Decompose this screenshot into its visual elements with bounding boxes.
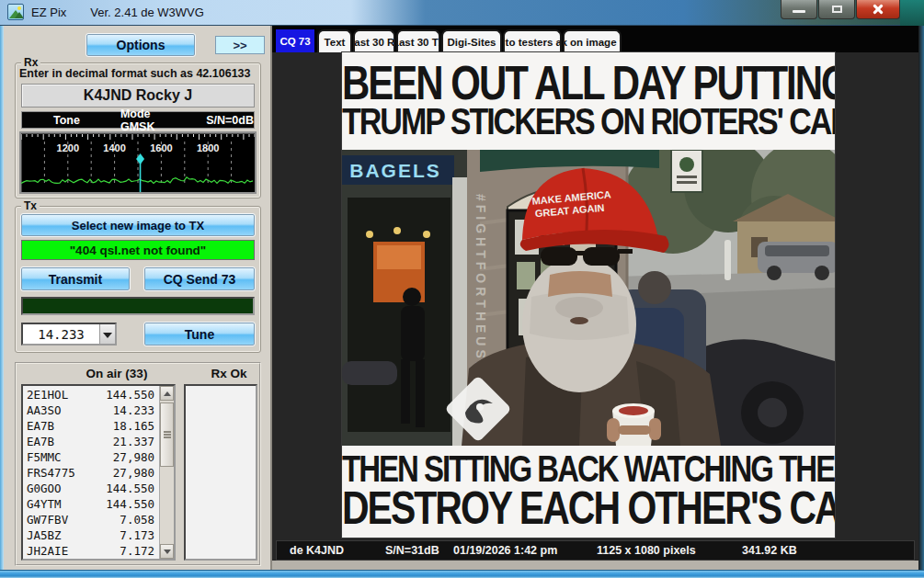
received-image[interactable]: BEEN OUT ALL DAY PUTTING TRUMP STICKERS … [342, 52, 835, 538]
minimize-button[interactable] [781, 0, 817, 19]
list-item[interactable]: EA7B 18.165 [23, 418, 158, 434]
meme-text-line: TRUMP STICKERS ON RIOTERS' CARS [342, 102, 835, 140]
mustache [555, 297, 603, 319]
app-icon [7, 4, 24, 20]
rx-group: Rx Enter in decimal format such as 42.10… [15, 62, 261, 198]
frequency: 27,980 [113, 466, 154, 480]
tab-text[interactable]: Text [317, 29, 352, 52]
frequency: 144.550 [106, 497, 154, 511]
list-item[interactable]: 2E1HOL 144.550 [23, 387, 158, 402]
status-datetime: 01/19/2026 1:42 pm [453, 544, 557, 557]
tune-button[interactable]: Tune [144, 323, 255, 346]
frequency: 7.172 [120, 544, 154, 558]
tab-k-on-image-f[interactable]: k on image f [563, 29, 622, 52]
cq-send-73-button[interactable]: CQ Send 73 [144, 267, 255, 290]
titlebar-corner [900, 0, 924, 26]
callsign: G4YTM [27, 497, 62, 511]
tab-digi-sites[interactable]: Digi-Sites [441, 29, 502, 52]
frequency-combobox[interactable]: 14.233 [21, 323, 117, 346]
svg-text:1400: 1400 [103, 142, 125, 153]
title-bar[interactable]: EZ Pix Ver. 2.41 de W3WVG [0, 0, 924, 26]
select-image-button[interactable]: Select new image to TX [21, 214, 255, 236]
signal-meter-bar: Tone Mode GMSK S/N=0dB [21, 111, 255, 129]
scroll-up-icon[interactable] [160, 386, 174, 401]
window-border-right [918, 26, 924, 570]
meme-text-line: THEN SITTING BACK WATCHING THEM [342, 450, 835, 487]
meme-text-line: DESTROY EACH OTHER'S CARS [342, 486, 835, 532]
callsign: EA7B [27, 419, 54, 433]
frequency-value: 14.233 [23, 324, 99, 344]
bagel-storefront: BAGELS [342, 150, 467, 446]
scroll-down-icon[interactable] [160, 544, 174, 559]
scrollbar-thumb[interactable] [160, 402, 174, 467]
list-item[interactable]: FRS4775 27,980 [23, 465, 158, 481]
tab-s-to-testers-an[interactable]: s to testers an [503, 29, 562, 52]
frequency: 7.173 [120, 528, 154, 542]
mode-label: Mode GMSK [120, 108, 180, 133]
meme-photo: BAGELS IZZY'S [342, 150, 835, 446]
app-name: EZ Pix [31, 6, 66, 19]
status-filesize: 341.92 KB [742, 544, 797, 557]
callsign: F5MMC [27, 450, 62, 464]
list-item[interactable]: AA3SO 14.233 [23, 402, 158, 418]
spectrum-display[interactable]: 1200140016001800 [19, 131, 257, 194]
expand-button[interactable]: >> [215, 36, 265, 54]
on-air-list[interactable]: 2E1HOL 144.550 AA3SO 14.233 EA7B 18.165 [21, 384, 176, 561]
rx-status-bar: de K4JND S/N=31dB 01/19/2026 1:42 pm 112… [276, 540, 915, 561]
tab-bar: CQ 73TextLast 30 RxLast 30 TxDigi-Sitess… [272, 26, 918, 52]
window-border-left [0, 26, 4, 570]
image-area[interactable]: BEEN OUT ALL DAY PUTTING TRUMP STICKERS … [272, 52, 920, 540]
list-item[interactable]: JA5BZ 7.173 [23, 527, 158, 543]
window-border-bottom[interactable] [0, 570, 924, 578]
callsign: EA7B [27, 435, 54, 448]
list-item[interactable]: G4YTM 144.550 [23, 496, 158, 512]
callsign: FRS4775 [27, 466, 75, 480]
small-sign [671, 150, 702, 192]
snr-label: S/N=0dB [206, 114, 254, 127]
rx-ok-list[interactable] [184, 384, 257, 561]
station-callsign-field[interactable]: K4JND Rocky J [21, 84, 255, 108]
list-item[interactable]: F5MMC 27,980 [23, 449, 158, 465]
image-viewer-panel: CQ 73TextLast 30 RxLast 30 TxDigi-Sitess… [270, 26, 918, 570]
status-snr: S/N=31dB [385, 544, 439, 557]
meme-bottom-caption: THEN SITTING BACK WATCHING THEM DESTROY … [342, 446, 835, 538]
watermark-text: #FIGHTFORTHEUSA [473, 194, 488, 375]
tx-group-label: Tx [21, 199, 40, 212]
frequency: 7.058 [120, 513, 154, 527]
list-item[interactable]: G0GOO 144.550 [23, 481, 158, 496]
chevron-down-icon[interactable] [99, 324, 115, 344]
options-button[interactable]: Options [86, 34, 195, 56]
frequency: 27,980 [113, 450, 154, 464]
callsign: JH2AIE [27, 544, 68, 558]
frequency-hint-label: Enter in decimal format such as 42.10613… [19, 67, 257, 80]
app-version: Ver. 2.41 de W3WVG [90, 6, 204, 19]
list-item[interactable]: EA7B 21.337 [23, 434, 158, 449]
tab-cq-73[interactable]: CQ 73 [274, 28, 316, 52]
svg-text:1200: 1200 [57, 142, 79, 153]
status-gap [272, 561, 920, 570]
svg-text:1600: 1600 [150, 142, 172, 153]
status-dimensions: 1125 x 1080 pixels [597, 544, 696, 557]
list-item[interactable]: JH2AIE 7.172 [23, 543, 158, 559]
control-panel: Options >> Rx Enter in decimal format su… [4, 26, 270, 570]
transmit-button[interactable]: Transmit [21, 267, 130, 290]
ezpix-window: EZ Pix Ver. 2.41 de W3WVG Options >> Rx … [0, 0, 924, 578]
frequency: 14.233 [113, 403, 154, 417]
list-item[interactable]: GW7FBV 7.058 [23, 512, 158, 527]
svg-text:1800: 1800 [197, 142, 219, 153]
face [548, 271, 612, 297]
callsign: G0GOO [27, 482, 62, 495]
frequency: 144.550 [106, 388, 154, 402]
frequency: 144.550 [106, 482, 154, 495]
callsign: 2E1HOL [27, 388, 68, 402]
tab-last-30-tx[interactable]: Last 30 Tx [396, 29, 440, 52]
status-from: de K4JND [290, 544, 344, 557]
callsign: AA3SO [27, 403, 62, 417]
on-air-rows: 2E1HOL 144.550 AA3SO 14.233 EA7B 18.165 [23, 387, 158, 559]
close-button[interactable] [856, 0, 900, 19]
rx-ok-header: Rx Ok [197, 367, 261, 380]
frequency: 18.165 [113, 419, 154, 433]
on-air-scrollbar[interactable] [159, 386, 174, 559]
tab-last-30-rx[interactable]: Last 30 Rx [353, 29, 395, 52]
maximize-button[interactable] [818, 0, 855, 19]
